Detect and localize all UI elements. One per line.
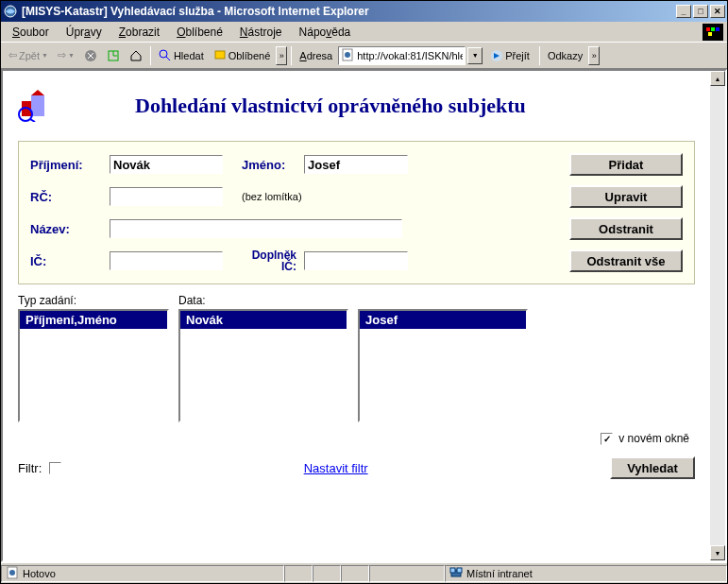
scroll-down-button[interactable]: ▼: [710, 545, 725, 560]
address-dropdown[interactable]: ▼: [467, 47, 483, 64]
scroll-track[interactable]: [710, 86, 725, 545]
stop-icon: [84, 49, 97, 62]
go-label: Přejít: [505, 50, 530, 61]
vyhledat-button[interactable]: Vyhledat: [610, 456, 695, 479]
menubar: Soubor Úpravy Zobrazit Oblíbené Nástroje…: [1, 22, 727, 43]
nazev-input[interactable]: [110, 219, 402, 238]
svg-rect-23: [450, 568, 455, 573]
back-arrow-icon: ⇦: [8, 49, 17, 61]
search-label: Hledat: [174, 50, 204, 61]
svg-rect-3: [716, 27, 720, 31]
menu-oblibene[interactable]: Oblíbené: [169, 24, 230, 41]
minimize-button[interactable]: _: [676, 5, 691, 18]
address-label: Adresa: [299, 50, 332, 61]
security-zone: Místní intranet: [466, 568, 533, 579]
rc-hint: (bez lomítka): [242, 191, 302, 202]
filtr-label: Filtr:: [18, 461, 42, 475]
svg-point-9: [160, 50, 167, 58]
vertical-scrollbar[interactable]: ▲ ▼: [710, 71, 725, 560]
browser-window: [MISYS-Katastr] Vyhledávací služba - Mic…: [0, 0, 728, 584]
odstranit-button[interactable]: Odstranit: [569, 217, 683, 240]
address-bar[interactable]: http://vokal:81/ISKN/hle: [338, 46, 466, 65]
page-icon-small: [6, 566, 19, 581]
filtr-checkbox[interactable]: [49, 462, 61, 474]
home-icon: [129, 49, 143, 62]
nove-okno-checkbox[interactable]: ✓: [601, 433, 613, 445]
favorites-button[interactable]: Oblíbené: [210, 45, 275, 66]
status-message: Hotovo: [23, 568, 56, 579]
upravit-button[interactable]: Upravit: [569, 185, 683, 208]
pridat-button[interactable]: Přidat: [569, 153, 683, 176]
refresh-icon: [107, 49, 120, 62]
status-message-cell: Hotovo: [1, 565, 284, 582]
page-header: Dohledání vlastnictví oprávněného subjek…: [18, 90, 695, 122]
listings-area: Typ zadání: Příjmení,Jméno Data: Novák J…: [18, 292, 695, 422]
data2-label-spacer: [358, 292, 528, 309]
menu-zobrazit[interactable]: Zobrazit: [111, 24, 167, 41]
ic-input[interactable]: [110, 251, 223, 270]
forward-button[interactable]: ⇨ ▼: [54, 45, 78, 66]
svg-marker-17: [31, 90, 44, 95]
data-label: Data:: [178, 292, 348, 309]
svg-point-21: [9, 570, 15, 575]
svg-line-10: [166, 57, 170, 60]
logo-icon: [18, 90, 50, 122]
data1-list-item[interactable]: Novák: [180, 311, 347, 329]
security-zone-cell: Místní intranet: [445, 565, 727, 582]
favorites-label: Oblíbené: [229, 50, 271, 61]
page-title: Dohledání vlastnictví oprávněného subjek…: [135, 94, 526, 118]
typ-list-item[interactable]: Příjmení,Jméno: [20, 311, 167, 329]
content-area: Dohledání vlastnictví oprávněného subjek…: [1, 69, 727, 562]
svg-rect-24: [457, 568, 462, 573]
prijmeni-label: Příjmení:: [30, 158, 102, 172]
menu-soubor[interactable]: Soubor: [5, 24, 57, 41]
ic-label: IČ:: [30, 254, 102, 268]
toolbar: ⇦ Zpět ▼ ⇨ ▼ Hledat Oblíbené » Adresa: [1, 43, 727, 69]
back-button[interactable]: ⇦ Zpět ▼: [5, 45, 52, 66]
maximize-button[interactable]: □: [693, 5, 708, 18]
address-value: http://vokal:81/ISKN/hle: [357, 50, 463, 61]
data2-list-item[interactable]: Josef: [360, 311, 526, 329]
close-button[interactable]: ✕: [710, 5, 725, 18]
home-button[interactable]: [126, 45, 146, 66]
search-form-panel: Příjmení: Jméno: Přidat RČ: (bez lomítka…: [18, 141, 695, 284]
menu-upravy[interactable]: Úpravy: [59, 24, 110, 41]
nastavit-filtr-link[interactable]: Nastavit filtr: [304, 461, 368, 475]
scroll-up-button[interactable]: ▲: [710, 71, 725, 86]
ie-icon: [3, 4, 18, 19]
rc-label: RČ:: [30, 190, 102, 204]
doplnek-input[interactable]: [304, 251, 408, 270]
refresh-button[interactable]: [103, 45, 124, 66]
menu-napoveda[interactable]: Nápověda: [292, 24, 359, 41]
favorites-icon: [213, 49, 227, 62]
menu-nastroje[interactable]: Nástroje: [232, 24, 290, 41]
bottom-controls: ✓ v novém okně: [18, 426, 695, 451]
back-label: Zpět: [19, 50, 40, 61]
svg-rect-16: [31, 95, 44, 116]
svg-rect-2: [711, 27, 715, 31]
brand-icon: [703, 24, 723, 41]
window-controls: _ □ ✕: [676, 5, 725, 18]
typ-zadani-list[interactable]: Příjmení,Jméno: [18, 309, 169, 422]
toolbar-chevron[interactable]: »: [276, 46, 287, 65]
rc-input[interactable]: [110, 187, 223, 206]
nove-okno-label: v novém okně: [618, 432, 689, 445]
data2-list[interactable]: Josef: [358, 309, 528, 422]
page-icon: [341, 48, 354, 63]
search-button[interactable]: Hledat: [155, 45, 208, 66]
prijmeni-input[interactable]: [110, 155, 223, 174]
svg-rect-1: [706, 27, 710, 31]
data1-list[interactable]: Novák: [178, 309, 348, 422]
svg-rect-11: [215, 51, 225, 59]
forward-arrow-icon: ⇨: [58, 49, 66, 61]
jmeno-input[interactable]: [304, 155, 408, 174]
links-chevron[interactable]: »: [588, 46, 600, 65]
links-label[interactable]: Odkazy: [548, 50, 583, 61]
go-button[interactable]: Přejít: [484, 45, 535, 66]
intranet-icon: [449, 566, 463, 581]
statusbar: Hotovo Místní intranet: [1, 562, 727, 583]
odstranit-vse-button[interactable]: Odstranit vše: [569, 249, 683, 272]
stop-button[interactable]: [80, 45, 101, 66]
filter-row: Filtr: Nastavit filtr Vyhledat: [18, 451, 695, 485]
typ-zadani-label: Typ zadání:: [18, 292, 169, 309]
